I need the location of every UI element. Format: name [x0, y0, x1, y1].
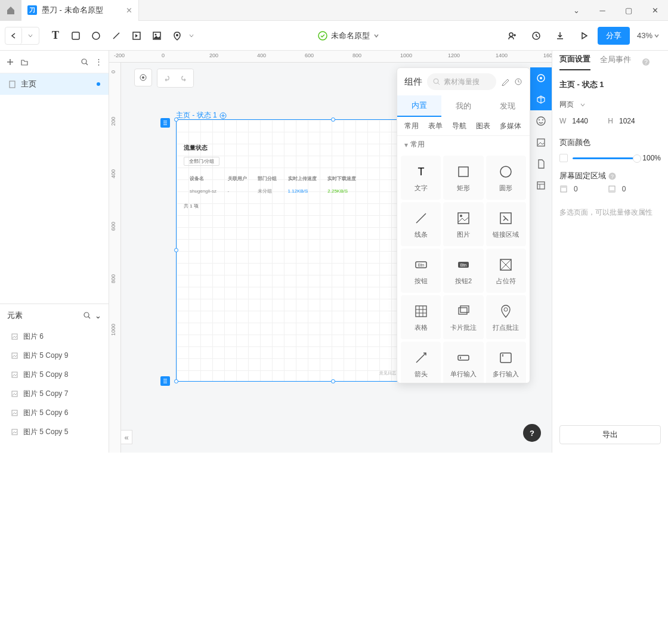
svg-text:?: ? — [611, 174, 614, 179]
width-input[interactable] — [572, 117, 602, 125]
element-item[interactable]: 图片 6 — [0, 327, 109, 346]
cube-tab-icon[interactable] — [530, 89, 552, 110]
artboard-tag-top[interactable] — [160, 118, 170, 128]
close-tab-icon[interactable]: ✕ — [126, 6, 132, 15]
doc-tab-icon[interactable] — [530, 153, 552, 175]
target-button[interactable] — [134, 69, 152, 86]
component-cell[interactable]: 圆形 — [486, 156, 526, 200]
home-button[interactable] — [0, 0, 21, 21]
component-category[interactable]: 多媒体 — [496, 120, 525, 132]
svg-rect-0 — [72, 32, 79, 39]
page-type-select[interactable]: 网页 — [559, 100, 661, 110]
image-tab-icon[interactable] — [530, 132, 552, 153]
zoom-control[interactable]: 43% — [633, 31, 663, 40]
edit-icon[interactable] — [501, 78, 509, 86]
help-icon[interactable]: ? — [642, 58, 650, 66]
component-cell[interactable]: 矩形 — [443, 156, 483, 200]
chevron-down-icon[interactable] — [373, 33, 379, 39]
dropdown-icon[interactable]: ⌄ — [563, 0, 589, 21]
right-panel: 页面设置 全局事件 ? 主页 - 状态 1 网页 W H 页面颜色 100% 屏… — [552, 51, 668, 453]
document-name[interactable]: 未命名原型 — [331, 30, 370, 41]
close-window-button[interactable]: ✕ — [642, 0, 668, 21]
component-icon — [455, 349, 472, 366]
page-item[interactable]: 主页 — [0, 73, 109, 95]
component-category[interactable]: 导航 — [449, 120, 470, 132]
folder-icon[interactable] — [20, 58, 29, 66]
emoji-tab-icon[interactable] — [530, 110, 552, 132]
component-cell[interactable]: 表格 — [401, 295, 441, 339]
component-cell[interactable]: 箭头 — [401, 342, 441, 383]
component-cell[interactable]: 单行输入 — [443, 342, 483, 383]
component-category[interactable]: 图表 — [472, 120, 494, 132]
component-cell[interactable]: T文字 — [401, 156, 441, 200]
pin-tool[interactable] — [167, 26, 187, 46]
element-item[interactable]: 图片 5 Copy 8 — [0, 365, 109, 384]
svg-line-45 — [416, 213, 426, 223]
component-cell[interactable]: 多行输入 — [486, 342, 526, 383]
pin-menu-button[interactable] — [187, 26, 196, 46]
component-category[interactable]: 常用 — [401, 120, 422, 132]
component-cell[interactable]: 卡片批注 — [443, 295, 483, 339]
opacity-slider[interactable] — [573, 157, 638, 159]
component-cell[interactable]: Btn按钮2 — [443, 249, 483, 293]
element-item[interactable]: 图片 5 Copy 5 — [0, 422, 109, 441]
component-cell[interactable]: Btn按钮 — [401, 249, 441, 293]
search-pages-icon[interactable] — [81, 58, 89, 66]
element-item[interactable]: 图片 5 Copy 6 — [0, 403, 109, 422]
line-tool[interactable] — [106, 26, 126, 46]
color-swatch[interactable] — [559, 154, 568, 162]
element-item[interactable]: 图片 5 Copy 7 — [0, 384, 109, 403]
document-tab[interactable]: 刀 墨刀 - 未命名原型 ✕ — [21, 0, 139, 21]
component-tab[interactable]: 内置 — [397, 95, 441, 117]
component-tab[interactable]: 发现 — [485, 95, 530, 117]
help-button[interactable]: ? — [523, 424, 541, 442]
height-input[interactable] — [619, 117, 649, 125]
ruler-horizontal: -2000200400600800100012001400160 — [109, 51, 552, 63]
maximize-button[interactable]: ▢ — [616, 0, 642, 21]
circle-tool[interactable] — [86, 26, 106, 46]
artboard-tag-bottom[interactable] — [160, 376, 170, 386]
components-title: 组件 — [404, 76, 422, 88]
collapse-left-button[interactable]: « — [121, 430, 132, 444]
svg-rect-16 — [10, 81, 15, 88]
component-tab[interactable]: 我的 — [441, 95, 485, 117]
collaborator-icon[interactable] — [502, 26, 522, 46]
canvas-inner[interactable]: 主页 - 状态 1 流量状态 全部门/分组 — [121, 63, 552, 453]
svg-point-14 — [82, 59, 86, 64]
back-button[interactable] — [5, 27, 22, 44]
minimize-button[interactable]: ─ — [589, 0, 616, 21]
search-elements-icon[interactable] — [83, 311, 91, 320]
rect-tool[interactable] — [66, 26, 86, 46]
component-category[interactable]: 表单 — [425, 120, 446, 132]
component-cell[interactable]: 链接区域 — [486, 202, 526, 246]
tab-page-settings[interactable]: 页面设置 — [559, 54, 590, 70]
component-cell[interactable]: 线条 — [401, 202, 441, 246]
share-button[interactable]: 分享 — [598, 27, 630, 45]
component-cell[interactable]: 图片 — [443, 202, 483, 246]
history-comp-icon[interactable] — [514, 78, 522, 86]
add-page-icon[interactable] — [6, 58, 14, 66]
redo-button[interactable] — [175, 69, 193, 87]
download-icon[interactable] — [550, 26, 570, 46]
element-item[interactable]: 图片 5 Copy 9 — [0, 346, 109, 365]
component-cell[interactable]: 占位符 — [486, 249, 526, 293]
tab-global-events[interactable]: 全局事件 — [600, 54, 631, 70]
component-tabs: 内置我的发现 — [397, 95, 530, 117]
back-menu-button[interactable] — [22, 27, 39, 44]
text-tool[interactable]: T — [45, 26, 66, 46]
component-cell[interactable]: 打点批注 — [486, 295, 526, 339]
back-group — [5, 27, 39, 45]
history-icon[interactable] — [526, 26, 546, 46]
help-icon[interactable]: ? — [608, 172, 616, 180]
add-state-icon[interactable] — [219, 112, 227, 119]
export-button[interactable]: 导出 — [559, 425, 661, 444]
widget-tool[interactable] — [126, 26, 147, 46]
components-tab-icon[interactable] — [530, 67, 552, 89]
more-pages-icon[interactable]: ⋮ — [95, 57, 103, 66]
component-search[interactable]: 素材海量搜 — [427, 73, 496, 90]
undo-button[interactable] — [157, 69, 175, 87]
layout-tab-icon[interactable] — [530, 175, 552, 196]
play-icon[interactable] — [574, 26, 594, 46]
collapse-elements-icon[interactable]: ⌄ — [95, 311, 101, 320]
image-tool[interactable] — [147, 26, 167, 46]
